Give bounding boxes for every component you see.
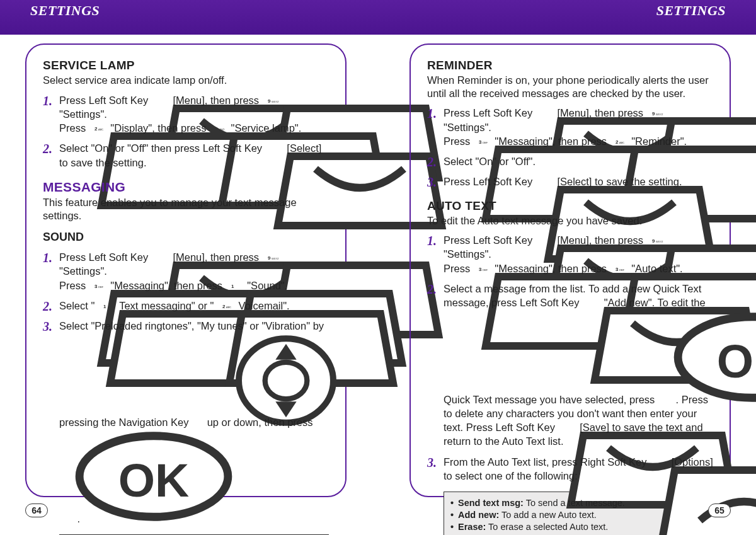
svg-text:WXYZ: WXYZ [272,257,279,260]
svg-text:1: 1 [103,304,106,309]
page-number-right: 65 [708,503,731,517]
svg-text:9: 9 [652,111,655,117]
send-label: Send text msg: [458,498,524,508]
erase-text: To erase a selected Auto text. [486,522,608,532]
left-soft-key-icon [536,108,554,118]
step-body: Press Left Soft Key [Menu], then press 9… [59,250,329,292]
step-number: 2. [427,154,444,168]
left-soft-key-icon [265,144,284,153]
text: [Menu], then press [557,234,646,246]
key-2-icon: 2ABC [610,137,629,146]
header-band: SETTINGS SETTINGS [0,0,756,35]
left-soft-key-icon [536,177,554,187]
svg-text:WXYZ: WXYZ [656,113,663,116]
key-1-icon: 1 [98,301,117,311]
page-number-left: 64 [25,503,48,517]
step-body: Press Left Soft Key [Menu], then press 9… [444,106,713,148]
send-text: To send a text message. [524,498,625,508]
right-soft-key-icon [650,457,668,467]
panel-left: SERVICE LAMP Select service area indicat… [25,43,346,497]
text: . [77,513,81,524]
text: "Service lamp". [231,122,302,134]
svg-text:DEF: DEF [98,285,104,289]
key-1-icon: 1 [226,281,244,291]
svg-text:ABC: ABC [226,306,231,309]
svg-text:3: 3 [479,267,482,272]
text: [Menu], then press [557,107,646,118]
reminder-desc: When Reminder is on, your phone periodic… [427,74,713,100]
step-number: 1. [427,233,444,247]
text: Press Left Soft Key [59,95,151,106]
text: Select " [59,300,98,311]
autotext-steps: 1. Press Left Soft Key [Menu], then pres… [427,233,713,483]
svg-text:1: 1 [231,284,234,289]
step-number: 2. [43,141,59,155]
key-9-icon: 9WXYZ [262,96,281,105]
svg-text:DEF: DEF [483,268,488,272]
step-number: 3. [427,175,444,188]
key-3-icon: 3DEF [610,264,629,273]
svg-text:WXYZ: WXYZ [272,100,279,103]
header-left-title: SETTINGS [30,3,100,19]
svg-text:MNO: MNO [219,128,224,131]
text: [Select] to save the setting. [557,176,682,187]
text: "Messaging", then press [110,280,225,291]
text: Voicemail". [239,300,290,311]
header-right-title: SETTINGS [656,3,726,19]
step-number: 2. [427,282,444,296]
svg-text:3: 3 [479,139,482,145]
text: "Reminder". [631,135,687,147]
reminder-steps: 1. Press Left Soft Key [Menu], then pres… [427,106,713,188]
step-number: 2. [43,299,59,313]
svg-text:9: 9 [268,255,271,261]
step-body: Select "Preloaded ringtones", "My tunes"… [59,319,329,526]
page-left: SERVICE LAMP Select service area indicat… [25,43,346,520]
text: Press Left Soft Key [444,234,536,246]
text: [Menu], then press [173,251,261,263]
left-soft-key-icon [151,253,170,262]
page-right: REMINDER When Reminder is on, your phone… [410,43,731,520]
service-lamp-steps: 1. Press Left Soft Key [Menu], then pres… [43,93,329,170]
left-soft-key-icon [151,96,170,105]
step-body: From the Auto Text list, press Right Sof… [444,455,713,483]
text: Press Left Soft Key [444,176,536,187]
text: "Display", then press [110,122,209,134]
text: Press [444,263,473,274]
text: "Settings". [444,122,491,133]
step-body: Select "On" or "Off" then press Left Sof… [59,141,329,170]
key-6-icon: 6MNO [209,124,228,133]
text: Press [59,280,89,291]
svg-text:9: 9 [268,98,271,104]
reminder-heading: REMINDER [427,59,713,72]
key-2-icon: 2ABC [89,124,108,133]
step-body: Press Left Soft Key [Menu], then press 9… [59,93,329,135]
text: From the Auto Text list, press Right Sof… [444,456,650,468]
text: "Sound". [247,280,287,291]
nav-key-icon [192,333,204,345]
step-body: Select "On" or "Off". [444,154,713,168]
text: [Menu], then press [173,95,261,106]
svg-text:3: 3 [94,284,98,289]
step-number: 1. [427,106,444,120]
service-lamp-desc: Select service area indicate lamp on/off… [43,74,329,87]
svg-text:6: 6 [215,126,218,132]
text: "Messaging", then press [495,263,609,274]
text: Press Left Soft Key [444,107,536,118]
svg-text:DEF: DEF [619,268,625,272]
add-label: Add new: [458,510,499,520]
text: up or down, then press [207,417,313,428]
svg-text:2: 2 [222,304,226,309]
key-9-icon: 9WXYZ [262,253,281,262]
step-body: Select a message from the list. To add a… [444,282,713,449]
panel-right: REMINDER When Reminder is on, your phone… [410,43,731,497]
key-9-icon: 9WXYZ [646,236,665,245]
left-soft-key-icon [582,298,601,308]
step-body: Press Left Soft Key [Menu], then press 9… [444,233,713,275]
left-soft-key-icon [536,236,554,245]
text: Text messaging" or " [119,300,217,311]
key-3-icon: 3DEF [473,137,492,146]
service-lamp-heading: SERVICE LAMP [43,59,329,72]
step-number: 3. [43,319,59,333]
left-soft-key-icon [558,423,577,432]
sound-steps: 1. Press Left Soft Key [Menu], then pres… [43,250,329,526]
